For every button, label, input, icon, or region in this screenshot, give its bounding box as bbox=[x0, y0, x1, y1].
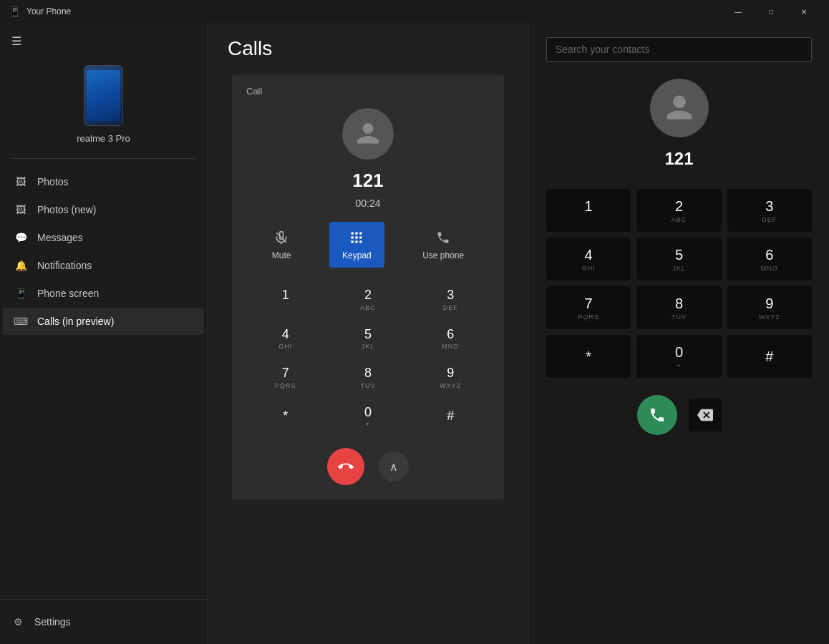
photos-icon: 🖼 bbox=[14, 175, 27, 188]
call-controls: Mute bbox=[246, 222, 490, 268]
titlebar-left: 📱 Your Phone bbox=[9, 6, 71, 17]
right-key-6[interactable]: 6 MNO bbox=[727, 238, 812, 280]
maximize-button[interactable]: □ bbox=[755, 0, 787, 23]
caller-avatar bbox=[342, 108, 394, 160]
keypad-label: Keypad bbox=[342, 250, 372, 260]
sidebar-item-calls[interactable]: ⌨ Calls (in preview) bbox=[3, 308, 204, 335]
phone-screen-icon: 📱 bbox=[14, 287, 27, 300]
search-container bbox=[546, 37, 812, 62]
right-key-0[interactable]: 0 + bbox=[636, 335, 721, 378]
photos-new-icon: 🖼 bbox=[14, 203, 27, 216]
sidebar-item-notifications[interactable]: 🔔 Notifications bbox=[3, 252, 204, 279]
settings-label: Settings bbox=[34, 616, 71, 628]
right-key-7[interactable]: 7 PQRS bbox=[546, 286, 631, 329]
page-title: Calls bbox=[208, 23, 528, 67]
svg-rect-7 bbox=[352, 240, 354, 243]
key-star[interactable]: * bbox=[246, 399, 324, 434]
key-1[interactable]: 1 bbox=[246, 282, 324, 317]
end-call-button[interactable] bbox=[327, 448, 364, 485]
key-3[interactable]: 3 DEF bbox=[412, 282, 490, 317]
key-4[interactable]: 4 GHI bbox=[246, 321, 324, 356]
svg-rect-2 bbox=[356, 233, 358, 235]
device-name: realme 3 Pro bbox=[77, 133, 130, 144]
sidebar-item-label: Calls (in preview) bbox=[37, 316, 114, 327]
device-image bbox=[84, 65, 123, 126]
key-2[interactable]: 2 ABC bbox=[329, 282, 407, 317]
sidebar: ☰ realme 3 Pro 🖼 Photos 🖼 Photos (new) 💬… bbox=[0, 23, 208, 644]
svg-rect-5 bbox=[356, 236, 358, 238]
right-key-8[interactable]: 8 TUV bbox=[636, 286, 721, 329]
app-body: ☰ realme 3 Pro 🖼 Photos 🖼 Photos (new) 💬… bbox=[0, 23, 829, 644]
sidebar-header: ☰ bbox=[0, 23, 207, 54]
key-0[interactable]: 0 + bbox=[329, 399, 407, 434]
sidebar-item-photos[interactable]: 🖼 Photos bbox=[3, 168, 204, 195]
sidebar-footer: ⚙ Settings bbox=[0, 599, 207, 644]
app-icon: 📱 bbox=[9, 6, 21, 17]
hamburger-menu-icon[interactable]: ☰ bbox=[11, 34, 21, 48]
svg-rect-6 bbox=[359, 236, 362, 238]
chevron-up-icon: ∧ bbox=[389, 460, 398, 474]
key-5[interactable]: 5 JKL bbox=[329, 321, 407, 356]
titlebar-controls: — □ ✕ bbox=[722, 0, 820, 23]
phone-card: Call 121 00:24 bbox=[232, 74, 504, 499]
mute-button[interactable]: Mute bbox=[259, 222, 304, 268]
right-panel: 121 1 2 ABC 3 DEF 4 GHI 5 JKL bbox=[528, 23, 829, 644]
device-section: realme 3 Pro bbox=[0, 54, 207, 158]
sidebar-item-phone-screen[interactable]: 📱 Phone screen bbox=[3, 280, 204, 307]
minimize-button[interactable]: — bbox=[722, 0, 755, 23]
sidebar-item-messages[interactable]: 💬 Messages bbox=[3, 224, 204, 251]
svg-rect-4 bbox=[352, 236, 354, 238]
key-9[interactable]: 9 WXYZ bbox=[412, 360, 490, 395]
svg-rect-1 bbox=[352, 233, 354, 235]
right-key-hash[interactable]: # bbox=[727, 335, 812, 378]
titlebar: 📱 Your Phone — □ ✕ bbox=[0, 0, 829, 23]
app-title: Your Phone bbox=[26, 6, 71, 16]
right-action-row bbox=[637, 395, 722, 435]
sidebar-item-label: Photos bbox=[37, 176, 69, 187]
sidebar-item-label: Phone screen bbox=[37, 288, 99, 299]
right-keypad-grid: 1 2 ABC 3 DEF 4 GHI 5 JKL 6 MNO bbox=[546, 189, 812, 378]
messages-icon: 💬 bbox=[14, 231, 27, 244]
key-hash[interactable]: # bbox=[412, 399, 490, 434]
sidebar-item-photos-new[interactable]: 🖼 Photos (new) bbox=[3, 196, 204, 223]
key-8[interactable]: 8 TUV bbox=[329, 360, 407, 395]
use-phone-icon bbox=[435, 229, 452, 246]
keypad-button[interactable]: Keypad bbox=[329, 222, 384, 268]
sidebar-divider bbox=[11, 158, 195, 159]
close-button[interactable]: ✕ bbox=[787, 0, 820, 23]
right-key-2[interactable]: 2 ABC bbox=[636, 189, 721, 232]
keypad-grid: 1 2 ABC 3 DEF 4 GHI bbox=[246, 282, 490, 434]
settings-icon: ⚙ bbox=[11, 615, 24, 628]
call-timer: 00:24 bbox=[355, 197, 380, 209]
call-action-row: ∧ bbox=[327, 448, 409, 485]
phone-card-label: Call bbox=[246, 86, 262, 97]
sidebar-item-label: Notifications bbox=[37, 260, 92, 271]
right-backspace-button[interactable] bbox=[689, 399, 722, 431]
key-6[interactable]: 6 MNO bbox=[412, 321, 490, 356]
more-options-button[interactable]: ∧ bbox=[379, 452, 409, 482]
mute-icon bbox=[273, 229, 290, 246]
right-call-icon bbox=[649, 406, 666, 424]
search-input[interactable] bbox=[546, 37, 812, 62]
user-icon bbox=[355, 121, 381, 147]
right-user-icon bbox=[664, 93, 694, 123]
use-phone-button[interactable]: Use phone bbox=[409, 222, 477, 268]
right-key-5[interactable]: 5 JKL bbox=[636, 238, 721, 280]
sidebar-item-label: Messages bbox=[37, 232, 83, 243]
svg-rect-9 bbox=[359, 240, 362, 243]
svg-rect-8 bbox=[356, 240, 358, 243]
calls-icon: ⌨ bbox=[14, 315, 27, 328]
right-key-star[interactable]: * bbox=[546, 335, 631, 378]
right-key-1[interactable]: 1 bbox=[546, 189, 631, 232]
sidebar-item-label: Photos (new) bbox=[37, 204, 96, 215]
right-key-4[interactable]: 4 GHI bbox=[546, 238, 631, 280]
end-call-icon bbox=[338, 459, 354, 474]
key-7[interactable]: 7 PQRS bbox=[246, 360, 324, 395]
mute-label: Mute bbox=[272, 250, 291, 260]
use-phone-label: Use phone bbox=[422, 250, 464, 260]
right-key-9[interactable]: 9 WXYZ bbox=[727, 286, 812, 329]
settings-item[interactable]: ⚙ Settings bbox=[0, 608, 207, 635]
right-call-button[interactable] bbox=[637, 395, 677, 435]
backspace-icon bbox=[697, 407, 713, 423]
right-key-3[interactable]: 3 DEF bbox=[727, 189, 812, 232]
